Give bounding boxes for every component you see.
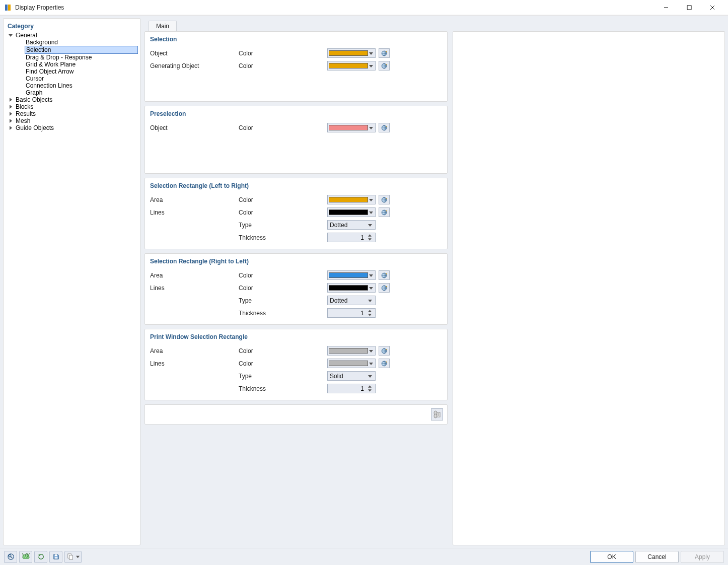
svg-marker-37 bbox=[368, 310, 372, 312]
spin-down[interactable] bbox=[366, 389, 373, 393]
chevron-right-icon[interactable] bbox=[8, 111, 14, 117]
color-picker[interactable] bbox=[327, 270, 376, 280]
chevron-down-icon bbox=[368, 126, 374, 130]
tree-item-results[interactable]: Results bbox=[7, 110, 138, 117]
assign-global-color-button[interactable] bbox=[379, 359, 390, 368]
tree-item-graph[interactable]: Graph bbox=[25, 89, 138, 96]
thickness-input[interactable] bbox=[328, 385, 366, 392]
color-picker[interactable] bbox=[327, 61, 376, 70]
color-picker[interactable] bbox=[327, 207, 376, 217]
color-swatch bbox=[329, 348, 368, 354]
cancel-button[interactable]: Cancel bbox=[635, 551, 679, 563]
footer-bar: 0.00 OK Cancel Apply bbox=[0, 548, 728, 565]
settings-row: AreaColor bbox=[145, 269, 447, 281]
assign-global-color-button[interactable] bbox=[379, 195, 390, 204]
spin-down[interactable] bbox=[366, 313, 373, 317]
settings-row: Thickness bbox=[145, 307, 447, 319]
tree-item-selection[interactable]: Selection bbox=[25, 46, 138, 54]
svg-marker-27 bbox=[368, 224, 372, 227]
tree-item-general[interactable]: General bbox=[7, 32, 138, 39]
chevron-right-icon[interactable] bbox=[8, 125, 14, 131]
window-title: Display Properties bbox=[15, 4, 64, 11]
svg-rect-3 bbox=[687, 6, 691, 10]
row-property: Thickness bbox=[239, 385, 323, 392]
help-button[interactable] bbox=[4, 551, 17, 563]
color-picker[interactable] bbox=[327, 346, 376, 356]
group-selection: SelectionObjectColorGenerating ObjectCol… bbox=[144, 31, 448, 102]
line-type-combo[interactable]: Dotted bbox=[327, 220, 376, 230]
settings-row: Generating ObjectColor bbox=[145, 59, 447, 72]
line-type-combo[interactable]: Dotted bbox=[327, 296, 376, 305]
settings-row: TypeDotted bbox=[145, 294, 447, 307]
tree-item-connection-lines[interactable]: Connection Lines bbox=[25, 82, 138, 89]
tree-item-find-object-arrow[interactable]: Find Object Arrow bbox=[25, 68, 138, 75]
group-title: Preselection bbox=[145, 106, 447, 121]
color-picker[interactable] bbox=[327, 359, 376, 368]
tree-item-blocks[interactable]: Blocks bbox=[7, 103, 138, 110]
tree-item-basic-objects[interactable]: Basic Objects bbox=[7, 96, 138, 103]
thickness-spinner[interactable] bbox=[327, 308, 376, 318]
svg-rect-63 bbox=[69, 555, 73, 559]
chevron-down-icon[interactable] bbox=[8, 32, 14, 38]
assign-global-color-button[interactable] bbox=[379, 346, 390, 356]
group-sel_lr: Selection Rectangle (Left to Right)AreaC… bbox=[144, 178, 448, 249]
tree-item-cursor[interactable]: Cursor bbox=[25, 75, 138, 82]
color-swatch bbox=[329, 50, 368, 56]
apply-button: Apply bbox=[681, 551, 724, 563]
row-property: Thickness bbox=[239, 310, 323, 317]
preview-panel bbox=[453, 31, 725, 545]
svg-marker-29 bbox=[368, 238, 372, 240]
maximize-button[interactable] bbox=[678, 0, 701, 15]
thickness-input[interactable] bbox=[328, 234, 366, 241]
chevron-down-icon bbox=[368, 349, 374, 353]
group-title: Selection bbox=[145, 32, 447, 47]
category-tree: General BackgroundSelectionDrag & Drop -… bbox=[7, 32, 138, 131]
row-name: Area bbox=[150, 196, 235, 203]
ok-button[interactable]: OK bbox=[590, 551, 633, 563]
settings-row: TypeDotted bbox=[145, 219, 447, 231]
thickness-input[interactable] bbox=[328, 310, 366, 317]
row-name: Object bbox=[150, 124, 235, 131]
load-default-button[interactable] bbox=[34, 551, 47, 563]
color-picker[interactable] bbox=[327, 195, 376, 204]
minimize-button[interactable] bbox=[654, 0, 678, 15]
copy-settings-button[interactable] bbox=[64, 551, 82, 563]
thickness-spinner[interactable] bbox=[327, 384, 376, 393]
assign-global-color-button[interactable] bbox=[379, 61, 390, 70]
units-button[interactable]: 0.00 bbox=[19, 551, 32, 563]
copy-to-clipboard-button[interactable] bbox=[431, 408, 443, 420]
svg-marker-8 bbox=[10, 105, 12, 109]
color-picker[interactable] bbox=[327, 123, 376, 132]
save-default-button[interactable] bbox=[49, 551, 62, 563]
assign-global-color-button[interactable] bbox=[379, 207, 390, 217]
group-title: Print Window Selection Rectangle bbox=[145, 329, 447, 344]
tree-item-guide-objects[interactable]: Guide Objects bbox=[7, 124, 138, 131]
tree-item-mesh[interactable]: Mesh bbox=[7, 117, 138, 124]
chevron-right-icon[interactable] bbox=[8, 118, 14, 124]
tree-item-background[interactable]: Background bbox=[25, 39, 138, 46]
spin-up[interactable] bbox=[366, 385, 373, 389]
close-button[interactable] bbox=[701, 0, 724, 15]
assign-global-color-button[interactable] bbox=[379, 270, 390, 280]
chevron-right-icon[interactable] bbox=[8, 97, 14, 103]
assign-global-color-button[interactable] bbox=[379, 283, 390, 293]
spin-down[interactable] bbox=[366, 238, 373, 242]
tree-item-grid-work-plane[interactable]: Grid & Work Plane bbox=[25, 61, 138, 68]
group-preselection: PreselectionObjectColor bbox=[144, 106, 448, 174]
tree-item-drag-drop-response[interactable]: Drag & Drop - Response bbox=[25, 54, 138, 61]
row-property: Color bbox=[239, 196, 323, 203]
spin-up[interactable] bbox=[366, 309, 373, 313]
color-picker[interactable] bbox=[327, 48, 376, 58]
line-type-combo[interactable]: Solid bbox=[327, 371, 376, 381]
assign-global-color-button[interactable] bbox=[379, 123, 390, 132]
group-sel_rl: Selection Rectangle (Right to Left)AreaC… bbox=[144, 253, 448, 325]
thickness-spinner[interactable] bbox=[327, 233, 376, 242]
assign-global-color-button[interactable] bbox=[379, 48, 390, 58]
settings-row: LinesColor bbox=[145, 206, 447, 219]
color-picker[interactable] bbox=[327, 283, 376, 293]
svg-text:0.00: 0.00 bbox=[22, 553, 30, 558]
svg-rect-61 bbox=[54, 557, 57, 558]
tab-main[interactable]: Main bbox=[149, 21, 177, 31]
chevron-right-icon[interactable] bbox=[8, 104, 14, 110]
spin-up[interactable] bbox=[366, 234, 373, 238]
